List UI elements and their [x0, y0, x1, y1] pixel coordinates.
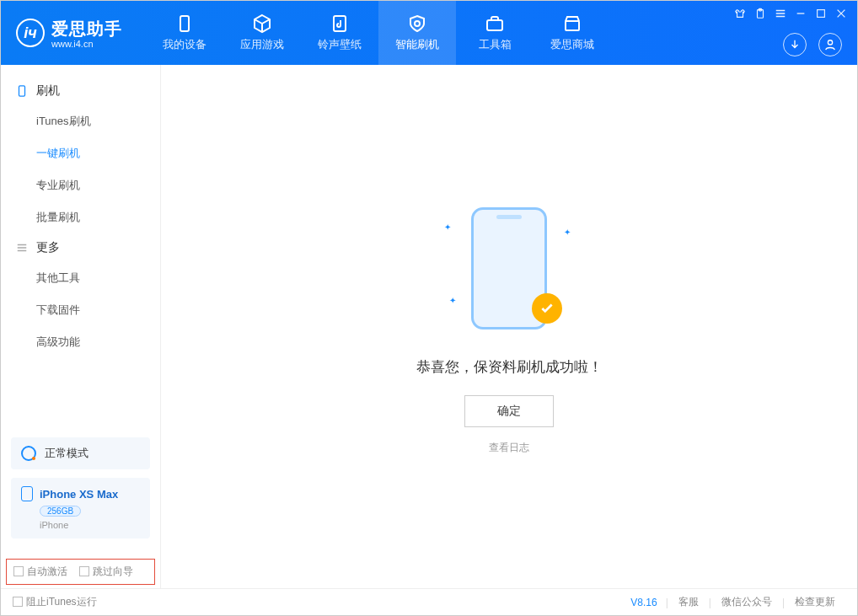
phone-icon [16, 85, 28, 97]
sidebar-item-one-click-flash[interactable]: 一键刷机 [1, 137, 160, 169]
tab-label: 工具箱 [479, 37, 512, 52]
sparkle-icon: ✦ [564, 228, 571, 237]
logo-icon: iч [16, 19, 45, 47]
tab-label: 应用游戏 [240, 37, 284, 52]
sidebar-item-pro-flash[interactable]: 专业刷机 [1, 169, 160, 201]
view-log-link[interactable]: 查看日志 [489, 441, 529, 455]
svg-point-7 [828, 40, 832, 45]
svg-rect-6 [818, 10, 825, 18]
app-name: 爱思助手 [51, 18, 122, 40]
device-name: iPhone XS Max [40, 488, 118, 501]
clipboard-icon[interactable] [754, 8, 766, 19]
footer-link-support[interactable]: 客服 [678, 595, 699, 609]
svg-rect-2 [487, 20, 502, 30]
device-box[interactable]: iPhone XS Max 256GB iPhone [11, 478, 150, 538]
app-domain: www.i4.cn [51, 39, 122, 49]
download-button[interactable] [783, 33, 807, 56]
sidebar-section-flash: 刷机 [1, 77, 160, 105]
tab-apps-games[interactable]: 应用游戏 [223, 1, 301, 65]
svg-rect-3 [566, 21, 579, 30]
device-icon [21, 486, 33, 501]
version-label: V8.16 [630, 597, 657, 608]
options-row: 自动激活 跳过向导 [6, 559, 155, 585]
logo: iч 爱思助手 www.i4.cn [1, 18, 137, 49]
refresh-shield-icon [407, 13, 427, 34]
close-icon[interactable] [835, 8, 847, 19]
sidebar-item-download-firmware[interactable]: 下载固件 [1, 294, 160, 326]
device-type: iPhone [40, 520, 140, 530]
download-icon [789, 39, 801, 51]
device-capacity: 256GB [40, 506, 81, 517]
sidebar-section-more: 更多 [1, 233, 160, 262]
checkbox-auto-activate[interactable]: 自动激活 [13, 565, 67, 579]
footer-link-wechat[interactable]: 微信公众号 [721, 595, 772, 609]
tab-ringtones-wallpapers[interactable]: 铃声壁纸 [301, 1, 378, 65]
tab-label: 爱思商城 [550, 37, 594, 52]
section-title: 刷机 [36, 83, 60, 99]
window-controls [734, 8, 847, 19]
nav-tabs: 我的设备 应用游戏 铃声壁纸 智能刷机 工具箱 爱思商城 [146, 1, 611, 65]
success-message: 恭喜您，保资料刷机成功啦！ [416, 357, 603, 377]
cube-icon [252, 13, 272, 34]
svg-rect-8 [19, 86, 25, 96]
mode-box[interactable]: 正常模式 [11, 437, 150, 469]
sparkle-icon: ✦ [444, 222, 451, 232]
device-icon [174, 13, 195, 34]
mode-label: 正常模式 [45, 446, 88, 461]
sidebar-item-itunes-flash[interactable]: iTunes刷机 [1, 105, 160, 137]
sidebar: 刷机 iTunes刷机 一键刷机 专业刷机 批量刷机 更多 其他工具 下载固件 … [1, 65, 161, 588]
checkbox-label: 自动激活 [27, 565, 67, 577]
main-content: ✦ ✦ ✦ 恭喜您，保资料刷机成功啦！ 确定 查看日志 [161, 65, 857, 588]
sidebar-item-batch-flash[interactable]: 批量刷机 [1, 201, 160, 233]
tab-my-device[interactable]: 我的设备 [146, 1, 223, 65]
list-icon [16, 242, 28, 254]
footer-link-check-update[interactable]: 检查更新 [795, 595, 835, 609]
profile-button[interactable] [818, 33, 842, 56]
success-illustration: ✦ ✦ ✦ [437, 199, 581, 342]
svg-rect-0 [180, 16, 189, 31]
user-icon [824, 39, 836, 51]
minimize-icon[interactable] [795, 8, 807, 19]
checkbox-block-itunes[interactable]: 阻止iTunes运行 [13, 595, 97, 609]
tab-smart-flash[interactable]: 智能刷机 [378, 1, 456, 65]
menu-icon[interactable] [775, 8, 786, 19]
tshirt-icon[interactable] [734, 8, 746, 19]
ok-button[interactable]: 确定 [464, 395, 554, 427]
toolbox-icon [485, 13, 505, 34]
tab-label: 我的设备 [163, 37, 206, 52]
tab-label: 铃声壁纸 [318, 37, 362, 52]
checkbox-label: 跳过向导 [93, 565, 133, 577]
tab-store[interactable]: 爱思商城 [534, 1, 611, 65]
header-action-buttons [783, 33, 842, 56]
maximize-icon[interactable] [815, 8, 827, 19]
store-icon [562, 13, 582, 34]
sidebar-item-other-tools[interactable]: 其他工具 [1, 262, 160, 294]
section-title: 更多 [36, 240, 60, 255]
tab-label: 智能刷机 [395, 37, 439, 52]
music-file-icon [330, 13, 350, 34]
mode-icon [21, 446, 36, 461]
checkbox-label: 阻止iTunes运行 [26, 596, 97, 608]
tab-toolbox[interactable]: 工具箱 [456, 1, 534, 65]
header-bar: iч 爱思助手 www.i4.cn 我的设备 应用游戏 铃声壁纸 智能刷机 工具… [1, 1, 857, 65]
checkbox-skip-guide[interactable]: 跳过向导 [79, 565, 133, 579]
sparkle-icon: ✦ [449, 296, 456, 305]
sidebar-item-advanced[interactable]: 高级功能 [1, 326, 160, 358]
check-badge-icon [532, 293, 562, 324]
footer-bar: 阻止iTunes运行 V8.16 | 客服 | 微信公众号 | 检查更新 [1, 588, 857, 615]
